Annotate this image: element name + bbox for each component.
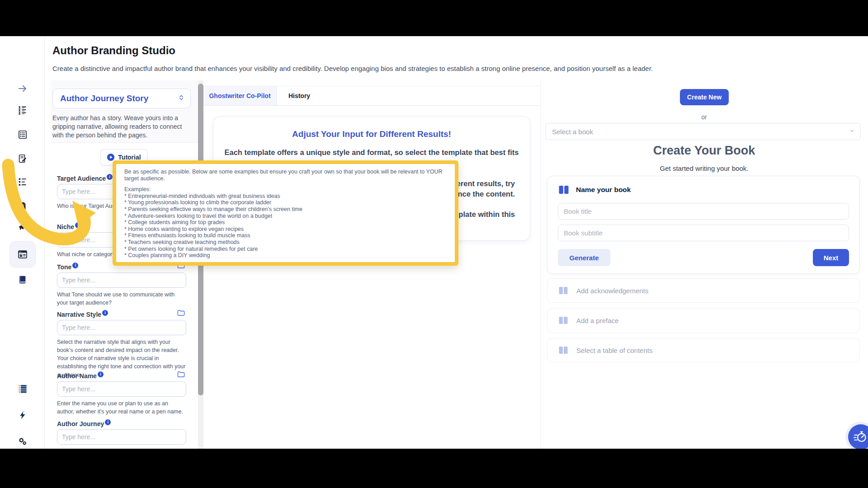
tooltip-examples-label: Examples: (124, 186, 447, 193)
option-label: Add a preface (576, 317, 618, 324)
book-icon[interactable] (17, 274, 28, 285)
name-your-book-card: Name your book Generate Next (547, 176, 860, 274)
tooltip-example: * Fitness enthusiasts looking to build m… (124, 232, 447, 239)
info-icon[interactable]: i (72, 263, 78, 268)
create-new-button[interactable]: Create New (680, 89, 729, 105)
or-separator: or (540, 113, 868, 121)
target-audience-tooltip: Be as specific as possible. Below are so… (113, 160, 458, 266)
guidance-card-line: Each template offers a unique style and … (213, 148, 530, 157)
template-description: Every author has a story. Weave yours in… (52, 114, 189, 140)
speed-timer-fab[interactable] (848, 424, 868, 450)
guidance-card-fragment: erent results, try (457, 179, 515, 188)
chevron-updown-icon (178, 94, 185, 103)
book-subtitle-input[interactable] (558, 225, 849, 241)
field-narrative-style: Narrative Stylei Select the narrative st… (57, 310, 186, 379)
tooltip-example: * Young professionals looking to climb t… (124, 199, 447, 206)
option-label: Select a table of contents (576, 347, 652, 354)
book-title-input[interactable] (558, 203, 849, 220)
field-label: Author Name (57, 372, 97, 380)
info-icon[interactable]: i (107, 174, 113, 180)
field-help: What Tone should we use to communicate w… (57, 291, 186, 307)
field-label: Narrative Style (57, 311, 101, 318)
folder-icon[interactable] (177, 309, 185, 319)
field-label: Author Journey (57, 420, 104, 427)
tooltip-example: * Couples planning a DIY wedding (124, 252, 447, 259)
sidebar-item-branding-active[interactable] (9, 241, 36, 267)
tooltip-example: * Pet owners looking for natural remedie… (124, 246, 447, 253)
add-acknowledgements-card[interactable]: Add acknowledgements (547, 278, 860, 303)
tooltip-example: * College students aiming for top grades (124, 219, 447, 226)
tab-ghostwriter-copilot[interactable]: Ghostwriter Co-Pilot (203, 86, 277, 105)
narrative-style-input[interactable] (57, 320, 186, 335)
info-icon[interactable]: i (98, 371, 104, 377)
chevron-down-icon (849, 127, 855, 136)
letterbox-top (0, 0, 868, 36)
play-icon (107, 153, 115, 161)
field-help: Enter the name you use or plan to use as… (57, 399, 186, 416)
tone-input[interactable] (57, 272, 186, 288)
app-window: Author Branding Studio Create a distinct… (0, 0, 868, 488)
megaphone-icon[interactable] (17, 221, 28, 232)
open-book-icon (558, 346, 568, 354)
audience-roster-icon[interactable] (17, 105, 28, 116)
next-button[interactable]: Next (813, 249, 849, 266)
open-book-icon (558, 316, 568, 324)
guidance-card-fragment: plate within this (458, 210, 515, 219)
generate-button[interactable]: Generate (558, 249, 610, 266)
open-book-icon (558, 286, 568, 295)
settings-gears-icon[interactable] (17, 436, 28, 447)
field-author-name: Author Namei Enter the name you use or p… (57, 371, 186, 416)
tab-history[interactable]: History (277, 86, 322, 105)
pages-icon[interactable] (17, 201, 28, 211)
tooltip-example: * Adventure-seekers looking to travel th… (124, 213, 447, 220)
panel-divider (540, 80, 541, 449)
letterbox-bottom (0, 449, 868, 488)
detailed-list-icon[interactable] (17, 383, 28, 394)
page-subtitle: Create a distinctive and impactful autho… (52, 65, 653, 72)
field-label: Target Audience (57, 175, 106, 182)
create-your-book-heading: Create Your Book (540, 144, 868, 158)
info-icon[interactable]: i (105, 419, 111, 425)
checklist-icon[interactable] (17, 129, 28, 140)
tooltip-example: * Parents seeking effective ways to mana… (124, 206, 447, 213)
option-label: Add acknowledgements (576, 287, 648, 295)
author-name-input[interactable] (57, 381, 186, 397)
tooltip-example: * Teachers seeking creative teaching met… (124, 239, 447, 246)
expand-sidebar-arrow-icon[interactable] (17, 83, 28, 94)
select-a-book-dropdown[interactable]: Select a book (545, 123, 861, 140)
page-title: Author Branding Studio (52, 44, 175, 57)
info-icon[interactable]: i (75, 222, 81, 228)
info-icon[interactable]: i (102, 310, 108, 316)
folder-icon[interactable] (177, 370, 185, 380)
guidance-card-fragment: nce the content. (458, 190, 515, 198)
open-book-icon (558, 185, 569, 194)
stopwatch-icon (853, 429, 868, 445)
tooltip-example: * Home cooks wanting to explore vegan re… (124, 226, 447, 233)
document-edit-icon[interactable] (17, 153, 28, 164)
tutorial-label: Tutorial (118, 154, 141, 161)
field-tone: Tonei What Tone should we use to communi… (57, 263, 186, 307)
lightning-icon[interactable] (17, 410, 28, 421)
template-select-value: Author Journey Story (60, 94, 148, 103)
select-table-of-contents-card[interactable]: Select a table of contents (547, 338, 860, 362)
author-journey-input[interactable] (57, 429, 186, 445)
field-label: Niche (57, 223, 74, 230)
name-your-book-title: Name your book (576, 186, 631, 194)
field-label: Tone (57, 263, 71, 271)
template-select[interactable]: Author Journey Story (52, 89, 191, 108)
select-a-book-placeholder: Select a book (552, 128, 593, 136)
tooltip-example: * Entrepreneurial-minded individuals wit… (124, 193, 447, 200)
create-your-book-subheading: Get started writing your book. (540, 164, 868, 172)
steps-list-icon[interactable] (17, 177, 28, 188)
guidance-card-title: Adjust Your Input for Different Results! (213, 129, 530, 139)
copilot-tabbar: Ghostwriter Co-Pilot History (203, 86, 540, 106)
tooltip-intro: Be as specific as possible. Below are so… (124, 169, 447, 182)
add-a-preface-card[interactable]: Add a preface (547, 308, 860, 333)
sidebar (0, 36, 45, 449)
